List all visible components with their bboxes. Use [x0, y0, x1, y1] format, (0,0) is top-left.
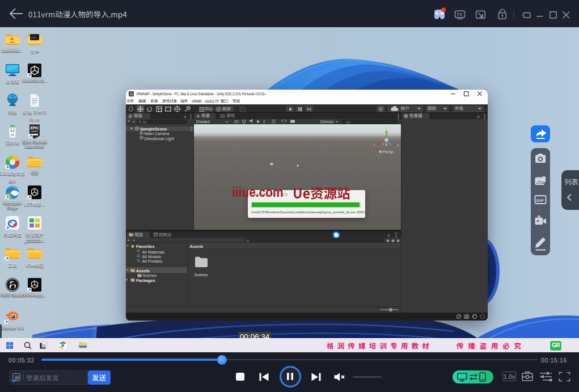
svg-text:x: x — [374, 144, 375, 147]
svg-text:0: 0 — [263, 120, 265, 124]
svg-text:GAMES: GAMES — [31, 130, 39, 133]
svg-text:GIF: GIF — [536, 198, 544, 203]
svg-text:♪♫: ♪♫ — [31, 36, 36, 39]
svg-text:Persp: Persp — [383, 149, 394, 154]
svg-text:EPIC: EPIC — [30, 126, 39, 130]
svg-text:z: z — [398, 144, 399, 147]
svg-text:y: y — [386, 126, 387, 129]
svg-text:TV: TV — [457, 12, 463, 17]
